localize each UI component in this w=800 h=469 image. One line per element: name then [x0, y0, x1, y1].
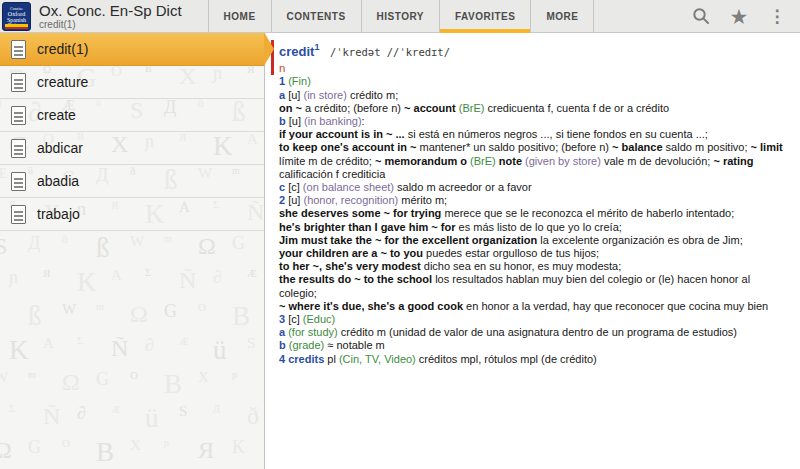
entry-line: Jim must take the ~ for the excellent or… [279, 234, 790, 247]
entry-pane[interactable]: credit1 /ˈkredət //ˈkredɪt/ n 1 (Fin)a [… [265, 33, 800, 469]
list-item[interactable]: credit(1) [0, 33, 264, 66]
tab-contents[interactable]: CONTENTS [271, 0, 361, 32]
entry-line: 2 [u] (honor, recognition) mérito m; [279, 194, 790, 207]
list-item[interactable]: creature [0, 66, 264, 99]
word-list: credit(1)creaturecreateabdicarabadiatrab… [0, 33, 264, 231]
entry-line: 4 credits pl (Cin, TV, Video) créditos m… [279, 353, 790, 366]
entry-line: 3 [c] (Educ) [279, 313, 790, 326]
entry-line: to her ~, she's very modest dicho sea en… [279, 260, 790, 273]
list-item-label: creature [37, 74, 88, 90]
list-item[interactable]: abadia [0, 165, 264, 198]
entry-line: your children are a ~ to you puedes esta… [279, 247, 790, 260]
homograph-number: 1 [314, 42, 319, 52]
entry-line: 1 (Fin) [279, 75, 790, 88]
entry-line: he's brighter than I gave him ~ for es m… [279, 221, 790, 234]
current-word-subtitle: credit(1) [39, 19, 182, 30]
entry-line: a [u] (in store) crédito m; [279, 89, 790, 102]
headword-line: credit1 /ˈkredət //ˈkredɪt/ [279, 40, 790, 60]
favorites-sidebar: AΣÑ∂ÆüSДmΩGOBXɲЯÑ∂ÆüSДðßGOBXɲЯKAÆüSДðßWm… [0, 33, 265, 469]
list-item-label: abadia [37, 173, 79, 189]
document-icon [11, 139, 26, 158]
title-block: Ox. Conc. En-Sp Dict credit(1) [39, 0, 182, 32]
entry-line: if your account is in ~ ... si está en n… [279, 128, 790, 141]
entry-line: on ~ a crédito; (before n) ~ account (Br… [279, 102, 790, 115]
list-item-label: create [37, 107, 76, 123]
entry-line: b [u] (in banking): [279, 115, 790, 128]
list-item[interactable]: create [0, 99, 264, 132]
entry-line: b (grade) ≈ notable m [279, 339, 790, 352]
app-icon[interactable]: Concise Oxford Spanish Dictionary [2, 2, 31, 31]
document-icon [11, 106, 26, 125]
entry-header: credit1 /ˈkredət //ˈkredɪt/ n [271, 40, 790, 75]
tab-more[interactable]: MORE [530, 0, 594, 32]
list-item-label: credit(1) [37, 41, 88, 57]
tab-favorites[interactable]: FAVORITES [439, 0, 530, 32]
headword: credit [279, 44, 314, 59]
document-icon [11, 172, 26, 191]
selected-item-arrow [264, 32, 274, 66]
star-icon: ★ [730, 6, 749, 27]
overflow-menu-icon: ⋮ [769, 6, 786, 27]
spanish-flag-stripe [5, 24, 28, 29]
list-item-label: abdicar [37, 140, 83, 156]
tab-bar: HOMECONTENTSHISTORYFAVORITESMORE [208, 0, 595, 32]
search-button[interactable] [682, 0, 720, 33]
overflow-menu-button[interactable]: ⋮ [758, 0, 796, 33]
entry-line: to keep one's account in ~ mantener* un … [279, 141, 790, 181]
document-icon [11, 205, 26, 224]
entry-line: a (for study) crédito m (unidad de valor… [279, 326, 790, 339]
part-of-speech: n [279, 62, 285, 74]
search-icon [691, 6, 711, 26]
entry-line: she deserves some ~ for trying merece qu… [279, 207, 790, 220]
entry-line: c [c] (on balance sheet) saldo m acreedo… [279, 181, 790, 194]
action-buttons: ★ ⋮ [682, 0, 800, 32]
list-item[interactable]: abdicar [0, 132, 264, 165]
list-item[interactable]: trabajo [0, 198, 264, 231]
entry-lines: 1 (Fin)a [u] (in store) crédito m;on ~ a… [271, 75, 790, 365]
entry-line: ~ where it's due, she's a good cook en h… [279, 300, 790, 313]
document-icon [11, 40, 26, 59]
tab-home[interactable]: HOME [208, 0, 271, 32]
phonetics: /ˈkredət //ˈkredɪt/ [330, 46, 450, 58]
tab-history[interactable]: HISTORY [361, 0, 439, 32]
entry-line: the results do ~ to the school los resul… [279, 273, 790, 299]
list-item-label: trabajo [37, 206, 80, 222]
app-title: Ox. Conc. En-Sp Dict [39, 3, 182, 19]
document-icon [11, 73, 26, 92]
main-area: AΣÑ∂ÆüSДmΩGOBXɲЯÑ∂ÆüSДðßGOBXɲЯKAÆüSДðßWm… [0, 33, 800, 469]
pos-line: n [279, 60, 790, 75]
favorites-button[interactable]: ★ [720, 0, 758, 33]
top-bar: Concise Oxford Spanish Dictionary Ox. Co… [0, 0, 800, 33]
